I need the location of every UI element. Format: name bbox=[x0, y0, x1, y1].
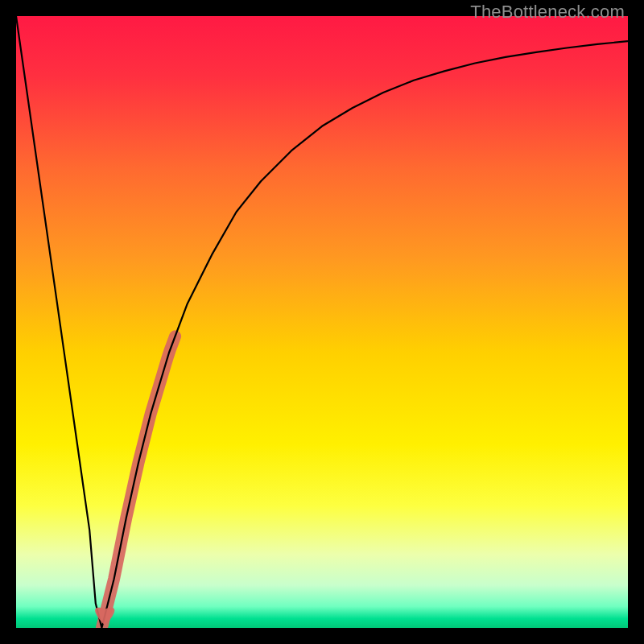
watermark-text: TheBottleneck.com bbox=[470, 2, 625, 23]
heat-background bbox=[16, 16, 628, 628]
plot-area bbox=[16, 16, 628, 628]
chart-frame: TheBottleneck.com bbox=[0, 0, 644, 644]
chart-svg bbox=[16, 16, 628, 628]
